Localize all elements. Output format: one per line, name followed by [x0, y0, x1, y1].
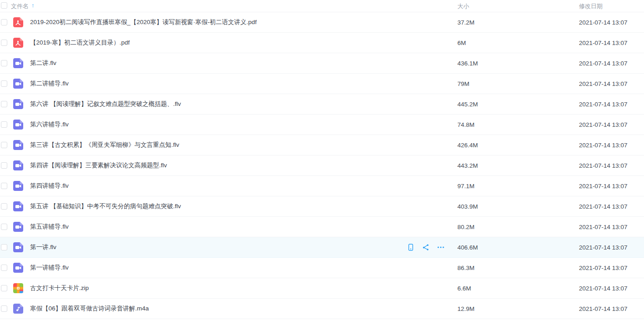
file-row[interactable]: 【2019-寒】初二语文讲义目录）.pdf 6M 2021-07-14 13:0… [0, 33, 644, 53]
video-file-icon [13, 119, 24, 130]
file-date: 2021-07-14 13:07 [579, 244, 628, 251]
file-row[interactable]: 第三讲【古文积累】《周亚夫军细柳》与文言重点知.flv 426.4M 2021-… [0, 135, 644, 155]
row-checkbox[interactable] [1, 40, 7, 46]
table-header: 文件名 ↑ 大小 修改日期 [0, 0, 644, 12]
file-size: 443.2M [457, 162, 478, 169]
file-size: 86.3M [457, 265, 475, 271]
video-file-icon [13, 99, 24, 110]
file-date: 2021-07-14 13:07 [579, 183, 628, 190]
file-row[interactable]: 第五讲 【基础知识】中考不可失分的病句题难点突破.flv 403.9M 2021… [0, 196, 644, 217]
video-file-icon [13, 78, 24, 89]
file-row[interactable]: 古文打卡十天卡片.zip 6.6M 2021-07-14 13:07 [0, 278, 644, 299]
row-checkbox[interactable] [1, 183, 7, 189]
row-checkbox[interactable] [1, 244, 7, 250]
file-date: 2021-07-14 13:07 [579, 162, 628, 169]
file-name-link[interactable]: 寒假【06】跟着双哥做古诗词录音讲解.m4a [30, 305, 149, 313]
row-checkbox[interactable] [1, 101, 7, 107]
file-name-link[interactable]: 第五讲 【基础知识】中考不可失分的病句题难点突破.flv [30, 202, 181, 210]
file-size: 6.6M [457, 285, 471, 292]
file-date: 2021-07-14 13:07 [579, 142, 628, 149]
file-name-link[interactable]: 第二讲辅导.flv [30, 80, 69, 88]
file-date: 2021-07-14 13:07 [579, 265, 628, 271]
file-name-link[interactable]: 【2019-寒】初二语文讲义目录）.pdf [30, 39, 130, 47]
file-row[interactable]: 2019-2020初二阅读写作直播班寒假_【2020寒】读写新视窗·寒假-初二语… [0, 12, 644, 33]
row-checkbox[interactable] [1, 285, 7, 291]
zip-file-icon [13, 283, 24, 294]
column-header-size: 大小 [457, 2, 469, 10]
file-table: 文件名 ↑ 大小 修改日期 2019-2020初二阅读写作直播班寒假_【2020… [0, 0, 644, 319]
file-name-link[interactable]: 第四讲辅导.flv [30, 182, 69, 190]
column-header-date: 修改日期 [579, 2, 603, 10]
sort-ascending-arrow[interactable]: ↑ [31, 2, 35, 9]
video-file-icon [13, 262, 24, 273]
file-size: 37.2M [457, 19, 475, 26]
audio-file-icon [13, 303, 24, 314]
file-name-link[interactable]: 古文打卡十天卡片.zip [30, 284, 89, 292]
row-checkbox[interactable] [1, 121, 7, 128]
file-name-link[interactable]: 第一讲辅导.flv [30, 264, 69, 272]
row-checkbox[interactable] [1, 80, 7, 87]
select-all-checkbox[interactable] [1, 2, 7, 9]
file-row[interactable]: 第六讲 【阅读理解】记叙文难点题型突破之概括题、.flv 445.2M 2021… [0, 94, 644, 115]
file-size: 74.8M [457, 121, 475, 128]
file-size: 80.2M [457, 224, 475, 230]
file-row[interactable]: 第四讲【阅读理解】三要素解决议论文高频题型.flv 443.2M 2021-07… [0, 155, 644, 176]
file-row[interactable]: 第五讲辅导.flv 80.2M 2021-07-14 13:07 [0, 217, 644, 237]
file-row[interactable]: 第二讲辅导.flv 79M 2021-07-14 13:07 [0, 74, 644, 94]
send-to-device-icon[interactable] [406, 243, 415, 252]
row-actions [406, 243, 445, 252]
video-file-icon [13, 160, 24, 171]
share-icon[interactable] [421, 243, 430, 252]
file-date: 2021-07-14 13:07 [579, 285, 628, 292]
file-name-link[interactable]: 第一讲.flv [30, 243, 56, 251]
row-checkbox[interactable] [1, 60, 7, 66]
file-size: 436.1M [457, 60, 478, 67]
video-file-icon [13, 201, 24, 212]
video-file-icon [13, 140, 24, 150]
file-date: 2021-07-14 13:07 [579, 305, 628, 312]
video-file-icon [13, 221, 24, 232]
file-size: 406.6M [457, 244, 478, 251]
file-size: 6M [457, 40, 466, 46]
file-date: 2021-07-14 13:07 [579, 19, 628, 26]
file-size: 12.9M [457, 305, 475, 312]
pdf-file-icon [13, 17, 24, 28]
file-date: 2021-07-14 13:07 [579, 203, 628, 210]
file-name-link[interactable]: 第五讲辅导.flv [30, 223, 69, 231]
file-size: 445.2M [457, 101, 478, 108]
file-size: 403.9M [457, 203, 478, 210]
row-checkbox[interactable] [1, 224, 7, 230]
file-size: 79M [457, 80, 469, 87]
file-list: 2019-2020初二阅读写作直播班寒假_【2020寒】读写新视窗·寒假-初二语… [0, 12, 644, 319]
row-checkbox[interactable] [1, 162, 7, 169]
file-row[interactable]: 第四讲辅导.flv 97.1M 2021-07-14 13:07 [0, 176, 644, 196]
more-actions-icon[interactable] [436, 243, 445, 252]
file-row[interactable]: 第一讲辅导.flv 86.3M 2021-07-14 13:07 [0, 258, 644, 278]
file-name-link[interactable]: 第六讲辅导.flv [30, 120, 69, 129]
row-checkbox[interactable] [1, 203, 7, 210]
pdf-file-icon [13, 37, 24, 48]
column-header-filename[interactable]: 文件名 [11, 2, 29, 10]
file-row[interactable]: 第一讲.flv [0, 237, 644, 258]
row-checkbox[interactable] [1, 19, 7, 25]
file-date: 2021-07-14 13:07 [579, 80, 628, 87]
file-row[interactable]: 第二讲.flv 436.1M 2021-07-14 13:07 [0, 53, 644, 74]
row-checkbox[interactable] [1, 305, 7, 312]
file-date: 2021-07-14 13:07 [579, 224, 628, 230]
file-size: 97.1M [457, 183, 475, 190]
file-name-link[interactable]: 第二讲.flv [30, 59, 56, 67]
row-checkbox[interactable] [1, 142, 7, 148]
file-date: 2021-07-14 13:07 [579, 60, 628, 67]
file-row[interactable]: 寒假【06】跟着双哥做古诗词录音讲解.m4a 12.9M 2021-07-14 … [0, 299, 644, 319]
file-date: 2021-07-14 13:07 [579, 121, 628, 128]
video-file-icon [13, 242, 24, 253]
file-date: 2021-07-14 13:07 [579, 40, 628, 46]
video-file-icon [13, 58, 24, 69]
file-name-link[interactable]: 第三讲【古文积累】《周亚夫军细柳》与文言重点知.flv [30, 141, 179, 149]
file-row[interactable]: 第六讲辅导.flv 74.8M 2021-07-14 13:07 [0, 115, 644, 135]
file-name-link[interactable]: 第六讲 【阅读理解】记叙文难点题型突破之概括题、.flv [30, 100, 181, 108]
row-checkbox[interactable] [1, 265, 7, 271]
video-file-icon [13, 180, 24, 191]
file-name-link[interactable]: 2019-2020初二阅读写作直播班寒假_【2020寒】读写新视窗·寒假-初二语… [30, 18, 257, 26]
file-name-link[interactable]: 第四讲【阅读理解】三要素解决议论文高频题型.flv [30, 161, 167, 170]
